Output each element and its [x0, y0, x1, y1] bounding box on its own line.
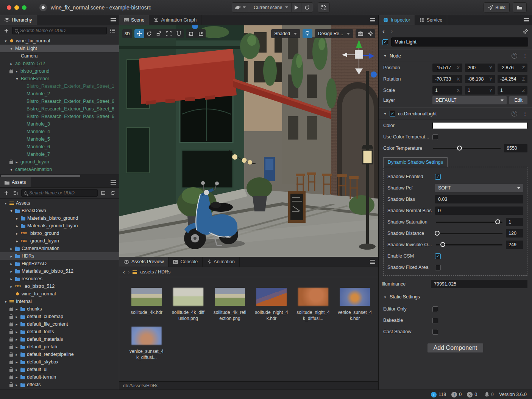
hierarchy-tree-row[interactable]: Manhole_3 [0, 120, 119, 128]
tab-inspector[interactable]: Inspector [379, 15, 415, 25]
expand-arrow-icon[interactable]: ▸ [15, 231, 19, 236]
kebab-menu-icon[interactable]: ⋮ [523, 53, 527, 59]
maximize-window-button[interactable] [22, 5, 27, 10]
scene-select-dropdown[interactable]: Current scene [249, 3, 292, 12]
coordinate-toggle-button[interactable] [196, 29, 206, 38]
dynamic-shadow-settings-tab[interactable]: Dynamic Shadow Settings [383, 157, 448, 167]
node-active-checkbox[interactable] [382, 39, 388, 45]
mode-3d-button[interactable]: 3D [122, 29, 132, 38]
shadow-pcf-dropdown[interactable]: SOFT [435, 184, 523, 192]
hierarchy-tree-row[interactable]: Bistro_Research_Exterior_Paris_Street_6 [0, 105, 119, 113]
hierarchy-menu-icon[interactable] [111, 18, 116, 22]
notification-count[interactable]: 0 [485, 392, 494, 397]
expand-arrow-icon[interactable]: ▾ [4, 39, 8, 43]
assets-tree-row[interactable]: ▸ bistro_ground [0, 230, 119, 237]
hierarchy-tree-row[interactable]: Bistro_Research_Exterior_Paris_Street_6 [0, 98, 119, 105]
illuminance-field[interactable]: 79991.025 [431, 280, 527, 288]
expand-arrow-icon[interactable]: ▾ [4, 201, 8, 205]
hierarchy-list-toggle-button[interactable] [109, 27, 116, 34]
expand-arrow-icon[interactable]: ▸ [15, 307, 19, 311]
shadow-saturation-value[interactable]: 1 [506, 218, 523, 226]
rotation-y-field[interactable]: -86.198Y [465, 75, 495, 83]
scale-z-field[interactable]: 1Z [498, 86, 527, 95]
expand-arrow-icon[interactable]: ▸ [9, 254, 13, 258]
assets-tree-row[interactable]: ▾ BreakDown [0, 207, 119, 214]
assets-tree-row[interactable]: ▸ ground_luyan [0, 237, 119, 245]
expand-arrow-icon[interactable]: ▾ [4, 300, 8, 304]
close-window-button[interactable] [7, 5, 11, 10]
assets-tree-row[interactable]: ▸ default_file_content [0, 320, 119, 328]
minimize-window-button[interactable] [14, 5, 19, 10]
assets-tree-row[interactable]: ▸ default_prefab [0, 343, 119, 351]
asset-file-item[interactable]: venice_sunset_4k.hdr [338, 288, 371, 321]
tab-console[interactable]: Console [168, 257, 203, 267]
expand-arrow-icon[interactable]: ▾ [9, 168, 13, 172]
inspector-forward-button[interactable]: › [391, 28, 393, 35]
asset-file-item[interactable]: soliltude_4k_reflection.png [213, 288, 246, 321]
position-z-field[interactable]: -2.876Z [498, 64, 527, 72]
rotation-x-field[interactable]: -70.733X [432, 75, 462, 83]
tab-animation[interactable]: Animation [203, 257, 240, 267]
layer-edit-button[interactable]: Edit [509, 96, 527, 104]
assets-collapse-button[interactable] [100, 189, 107, 196]
assets-tree-row[interactable]: ▸ resources [0, 275, 119, 283]
rotate-tool-button[interactable] [144, 29, 154, 38]
help-icon[interactable]: ? [512, 111, 517, 116]
rotation-z-field[interactable]: -24.254Z [498, 75, 527, 83]
asset-file-item[interactable]: soliltude_4k_diffusion.png [172, 288, 205, 321]
editor-only-checkbox[interactable] [432, 306, 438, 312]
hierarchy-tree-row[interactable]: Bistro_Research_Exterior_Paris_Street_6 [0, 113, 119, 120]
assets-menu-icon[interactable] [111, 180, 116, 185]
expand-arrow-icon[interactable]: ▸ [15, 216, 19, 220]
shadow-saturation-slider[interactable] [435, 218, 503, 226]
hierarchy-tree-row[interactable]: Manhole_7 [0, 151, 119, 158]
expand-arrow-icon[interactable]: ▸ [15, 337, 19, 342]
pin-icon[interactable] [523, 29, 528, 34]
assets-tree-row[interactable]: ▸ default_skybox [0, 358, 119, 366]
expand-arrow-icon[interactable]: ▾ [15, 69, 19, 73]
design-resolution-dropdown[interactable]: Design Re... [315, 29, 353, 38]
rect-tool-button[interactable] [164, 29, 174, 38]
info-count[interactable]: i 118 [431, 392, 446, 397]
scene-light-toggle-button[interactable] [303, 29, 312, 38]
scale-y-field[interactable]: 1Y [465, 86, 495, 95]
expand-arrow-icon[interactable]: ▸ [15, 239, 19, 243]
node-name-field[interactable]: Main Light [391, 37, 528, 47]
assets-tree-row[interactable]: ▾ Internal [0, 298, 119, 305]
assets-tree-row[interactable]: ▸ effects [0, 381, 119, 388]
create-asset-button[interactable] [3, 189, 10, 196]
shadow-invisible-value[interactable]: 249 [506, 241, 523, 249]
scene-menu-icon[interactable] [370, 18, 375, 22]
transform-tool-button[interactable] [174, 29, 184, 38]
inspector-back-button[interactable]: ‹ [382, 28, 385, 35]
assets-tree-row[interactable]: ▸ Materials_ground_luyan [0, 222, 119, 230]
shadow-bias-field[interactable]: 0.03 [435, 195, 523, 203]
create-node-button[interactable] [3, 27, 10, 34]
hierarchy-tree-row[interactable]: ▾ Main Light [0, 45, 119, 52]
kebab-menu-icon[interactable]: ⋮ [523, 111, 527, 116]
assets-tree-row[interactable]: ▸ default_renderpipeline [0, 351, 119, 358]
scene-camera-button[interactable] [356, 29, 365, 38]
expand-arrow-icon[interactable]: ▸ [9, 284, 13, 289]
assets-tree-row[interactable]: ▸ CameraAnimation [0, 245, 119, 252]
error-count[interactable]: ✕ 0 [467, 392, 477, 397]
assets-search[interactable] [21, 189, 98, 197]
hierarchy-tree-row[interactable]: ▾ bistro_ground [0, 67, 119, 75]
asset-file-item[interactable]: solitude_night_4k_diffusi... [296, 288, 330, 321]
assets-tree-row[interactable]: ▸ Materials_ao_bistro_512 [0, 267, 119, 275]
expand-arrow-icon[interactable]: ▸ [15, 160, 19, 164]
hierarchy-horizontal-scrollbar[interactable] [0, 174, 119, 177]
hierarchy-tree-row[interactable]: Manhole_6 [0, 143, 119, 151]
assets-refresh-button[interactable] [109, 189, 116, 196]
expand-arrow-icon[interactable]: ▸ [15, 345, 19, 349]
shadow-distance-value[interactable]: 120 [506, 229, 523, 238]
expand-arrow-icon[interactable]: ▸ [15, 322, 19, 326]
asset-file-item[interactable]: venice_sunset_4k_diffusi... [130, 327, 163, 360]
scale-tool-button[interactable] [154, 29, 164, 38]
color-temperature-slider[interactable] [432, 144, 501, 152]
expand-arrow-icon[interactable]: ▸ [15, 330, 19, 334]
tab-animation-graph[interactable]: Animation Graph [149, 15, 201, 25]
warning-count[interactable]: ! 0 [451, 392, 462, 397]
tab-assets[interactable]: Assets [0, 177, 31, 187]
move-tool-button[interactable] [134, 29, 144, 38]
